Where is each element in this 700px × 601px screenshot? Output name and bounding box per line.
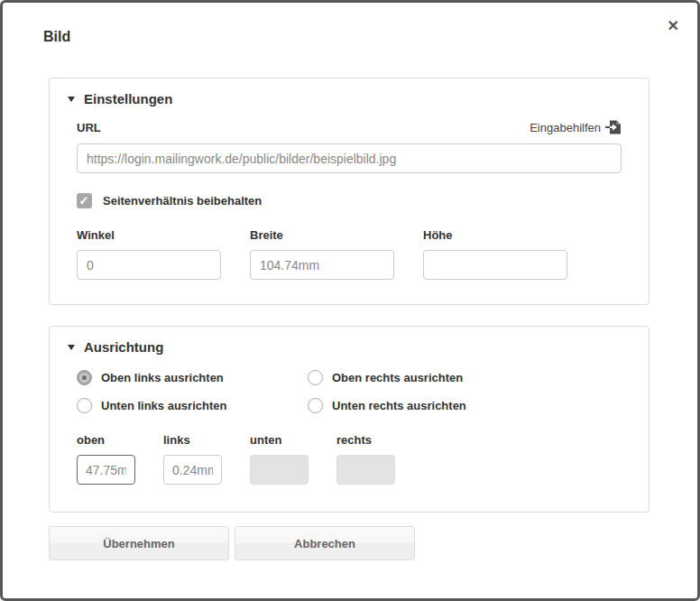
alignment-radio-group: Oben links ausrichten Oben rechts ausric… [77,370,622,413]
offset-top-label: oben [77,433,135,447]
collapse-arrow-icon [68,345,75,350]
apply-button[interactable]: Übernehmen [49,526,229,560]
radio-align-top-left[interactable]: Oben links ausrichten [77,370,308,385]
settings-panel-header[interactable]: Einstellungen [68,91,622,106]
collapse-arrow-icon [68,97,75,102]
radio-button-icon[interactable] [77,370,92,385]
offset-right-label: rechts [336,433,395,447]
offset-right-group: rechts [336,433,395,485]
image-dialog: Bild ✕ Einstellungen URL Eingabehilfen S… [0,0,700,601]
radio-align-bottom-left[interactable]: Unten links ausrichten [77,398,308,413]
aspect-ratio-row[interactable]: Seitenverhältnis beibehalten [77,193,622,208]
url-input[interactable] [77,143,622,173]
input-helpers-label: Eingabehilfen [530,121,601,134]
offset-top-input[interactable] [77,455,135,485]
height-input[interactable] [423,250,567,280]
angle-label: Winkel [77,228,221,242]
settings-panel: Einstellungen URL Eingabehilfen Seitenve… [49,78,649,305]
aspect-ratio-label: Seitenverhältnis beibehalten [103,194,262,208]
radio-button-icon[interactable] [308,398,323,413]
angle-input[interactable] [77,250,221,280]
radio-button-icon[interactable] [308,370,323,385]
dialog-title: Bild [43,29,70,45]
radio-label: Unten links ausrichten [101,399,226,412]
aspect-ratio-checkbox[interactable] [77,193,92,208]
radio-label: Oben rechts ausrichten [332,371,463,384]
radio-align-top-right[interactable]: Oben rechts ausrichten [308,370,539,385]
url-label: URL [77,121,101,134]
height-label: Höhe [423,228,567,242]
width-field-group: Breite [250,228,394,280]
cancel-button[interactable]: Abbrechen [235,526,415,560]
offset-left-group: links [163,433,222,485]
width-input[interactable] [250,250,394,280]
height-field-group: Höhe [423,228,567,280]
offset-bottom-group: unten [250,433,309,485]
dimension-fields-row: Winkel Breite Höhe [77,228,622,280]
alignment-panel-header[interactable]: Ausrichtung [68,339,622,355]
radio-align-bottom-right[interactable]: Unten rechts ausrichten [308,398,539,413]
offset-bottom-label: unten [250,433,309,447]
offset-left-input[interactable] [163,455,222,485]
angle-field-group: Winkel [77,228,221,280]
offset-bottom-input [250,455,309,485]
offset-top-group: oben [77,433,135,485]
offset-fields-row: oben links unten rechts [77,433,622,485]
offset-left-label: links [163,433,222,447]
dialog-footer: Übernehmen Abbrechen [49,526,415,560]
settings-panel-title: Einstellungen [84,91,172,106]
radio-label: Oben links ausrichten [101,371,224,384]
alignment-panel-title: Ausrichtung [84,339,163,355]
radio-label: Unten rechts ausrichten [332,399,466,412]
input-helpers-link[interactable]: Eingabehilfen [530,120,622,134]
url-label-row: URL Eingabehilfen [77,120,622,134]
insert-document-icon [605,120,622,134]
close-icon[interactable]: ✕ [668,19,679,33]
offset-right-input [336,455,395,485]
alignment-panel: Ausrichtung Oben links ausrichten Oben r… [49,326,649,513]
width-label: Breite [250,228,394,242]
radio-button-icon[interactable] [77,398,92,413]
